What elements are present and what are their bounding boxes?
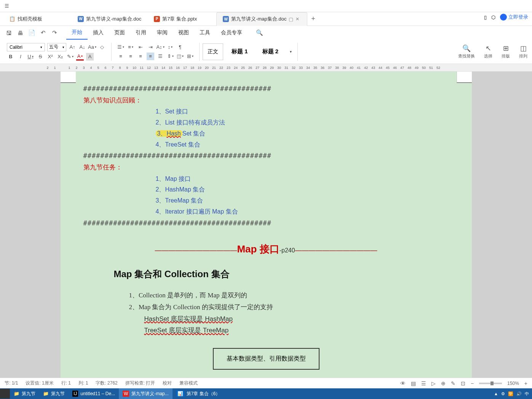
style-heading-2[interactable]: 标题 2: [256, 48, 285, 55]
menu-view[interactable]: 视图: [173, 26, 194, 40]
subscript-button[interactable]: X₂: [56, 53, 64, 61]
horizontal-ruler[interactable]: 2112345678910111213141516171819202122232…: [0, 64, 532, 72]
outdent-icon[interactable]: ⇤: [137, 43, 144, 51]
tray-icon[interactable]: ⚙: [501, 391, 505, 396]
strike-button[interactable]: S: [37, 53, 44, 61]
status-setting[interactable]: 设置值: 1厘米: [26, 380, 53, 386]
style-heading-1[interactable]: 标题 1: [225, 48, 254, 55]
bullets-icon[interactable]: ☰: [117, 43, 125, 51]
status-col[interactable]: 列: 1: [78, 380, 88, 386]
separator-line: ########################################…: [83, 150, 449, 162]
indent-icon[interactable]: ⇥: [147, 43, 154, 51]
preview-icon[interactable]: 📄: [27, 29, 36, 37]
redo-icon[interactable]: ↷: [50, 29, 59, 37]
zoom-slider[interactable]: [479, 383, 502, 384]
ime-icon[interactable]: 中: [525, 391, 529, 397]
cube-icon[interactable]: ⬡: [491, 14, 495, 20]
align-right-icon[interactable]: ≡: [137, 53, 144, 60]
italic-button[interactable]: I: [17, 53, 24, 61]
page-view-icon[interactable]: ▤: [411, 380, 416, 386]
numbering-icon[interactable]: ≡: [127, 43, 134, 51]
align-center-icon[interactable]: ≡: [127, 53, 134, 60]
underline-button[interactable]: U: [27, 53, 34, 61]
fit-icon[interactable]: ⊡: [461, 380, 465, 386]
taskbar-wps-doc[interactable]: W第九节讲义-map...: [119, 388, 173, 399]
justify-icon[interactable]: ≡: [147, 53, 154, 60]
status-compat[interactable]: 兼容模式: [179, 380, 198, 386]
style-normal[interactable]: 正文: [203, 43, 223, 60]
char-shading-button[interactable]: A: [86, 53, 94, 61]
styles-more-icon[interactable]: ▾: [287, 48, 294, 56]
edit-icon[interactable]: ✎: [451, 380, 455, 386]
document-viewport[interactable]: ########################################…: [0, 72, 532, 378]
bold-button[interactable]: B: [7, 53, 14, 61]
grow-font-icon[interactable]: A↑: [69, 43, 76, 51]
show-marks-icon[interactable]: ¶: [176, 43, 184, 51]
new-tab-button[interactable]: +: [307, 15, 319, 23]
status-spellcheck[interactable]: 拼写检查: 打开: [125, 380, 155, 386]
editing-group: 🔍查找替换 ↖选择 ⊞排版 ◫排列: [458, 44, 527, 59]
print-icon[interactable]: 🖶: [16, 29, 24, 37]
superscript-button[interactable]: X²: [46, 53, 54, 61]
menu-reference[interactable]: 引用: [130, 26, 152, 40]
tray-icon[interactable]: ▲: [494, 391, 498, 396]
taskbar-folder-2[interactable]: 📁第九节: [39, 388, 69, 399]
zoom-level[interactable]: 150%: [507, 381, 519, 386]
sort-icon[interactable]: ↕: [166, 43, 174, 51]
find-replace-button[interactable]: 🔍查找替换: [458, 44, 475, 59]
search-icon[interactable]: 🔍: [255, 29, 264, 37]
zoom-out-icon[interactable]: −: [471, 380, 474, 386]
status-section[interactable]: 节: 1/1: [5, 380, 18, 386]
taskbar-wps-ppt[interactable]: 📊第7章 集合（6）: [173, 388, 224, 399]
status-row[interactable]: 行: 1: [61, 380, 71, 386]
user-avatar[interactable]: [0, 389, 10, 399]
separator-line: ########################################…: [83, 217, 449, 229]
clear-format-icon[interactable]: ◇: [98, 43, 106, 51]
zoom-in-icon[interactable]: +: [524, 380, 527, 386]
tab-doc-active[interactable]: W 第九节讲义-map集合.doc ▢ ✕: [216, 12, 307, 26]
status-proof[interactable]: 校对: [163, 380, 172, 386]
line-spacing-icon[interactable]: ⇕: [166, 53, 174, 60]
distribute-icon[interactable]: ☰: [157, 53, 164, 60]
tab-templates[interactable]: 📋 找稻壳模板: [3, 12, 72, 26]
highlight-button[interactable]: ✎: [66, 53, 74, 61]
outline-icon[interactable]: ☰: [421, 380, 426, 386]
save-icon[interactable]: 🖫: [5, 29, 13, 37]
review-item-2: 2、List 接口特有成员方法: [83, 117, 449, 128]
restore-icon[interactable]: ▢: [289, 16, 293, 22]
taskbar-ide[interactable]: IJuntitled11 – De...: [69, 388, 119, 399]
layout-button[interactable]: ⊞排版: [502, 44, 510, 59]
shading-icon[interactable]: ◫: [176, 53, 184, 60]
font-color-button[interactable]: A: [76, 53, 84, 61]
font-name-select[interactable]: Calibri▾: [7, 43, 45, 51]
layout-icon[interactable]: ▯: [484, 14, 487, 20]
menu-page[interactable]: 页面: [109, 26, 130, 40]
menu-member[interactable]: 会员专享: [216, 26, 248, 40]
align-left-icon[interactable]: ≡: [117, 53, 125, 60]
play-icon[interactable]: ▷: [431, 380, 436, 386]
arrange-button[interactable]: ◫排列: [519, 44, 527, 59]
network-icon[interactable]: 🛜: [508, 391, 513, 396]
close-icon[interactable]: ✕: [296, 16, 301, 22]
text-direction-icon[interactable]: A↕: [157, 43, 164, 51]
taskbar-folder-1[interactable]: 📁第九节: [10, 388, 39, 399]
tab-doc-1[interactable]: W 第九节讲义-map集合.doc: [72, 12, 148, 26]
tab-ppt[interactable]: P 第7章 集合.pptx: [148, 12, 216, 26]
login-button[interactable]: 立即登录: [500, 14, 528, 21]
status-wordcount[interactable]: 字数: 2762: [96, 380, 117, 386]
menu-review[interactable]: 审阅: [152, 26, 173, 40]
web-icon[interactable]: ⊕: [441, 380, 446, 386]
borders-icon[interactable]: ⊞: [186, 53, 194, 60]
menu-tools[interactable]: 工具: [194, 26, 216, 40]
eye-icon[interactable]: 👁: [400, 380, 406, 386]
menu-home[interactable]: 开始: [66, 26, 88, 40]
menu-insert[interactable]: 插入: [88, 26, 109, 40]
change-case-icon[interactable]: Aa: [88, 43, 96, 51]
volume-icon[interactable]: 🔊: [516, 391, 522, 396]
font-size-select[interactable]: 五号▾: [47, 43, 66, 51]
document-page[interactable]: ########################################…: [61, 72, 472, 378]
app-menu-icon[interactable]: ☰: [3, 2, 11, 10]
select-button[interactable]: ↖选择: [484, 44, 492, 59]
undo-icon[interactable]: ↶: [39, 29, 47, 37]
shrink-font-icon[interactable]: A↓: [78, 43, 86, 51]
